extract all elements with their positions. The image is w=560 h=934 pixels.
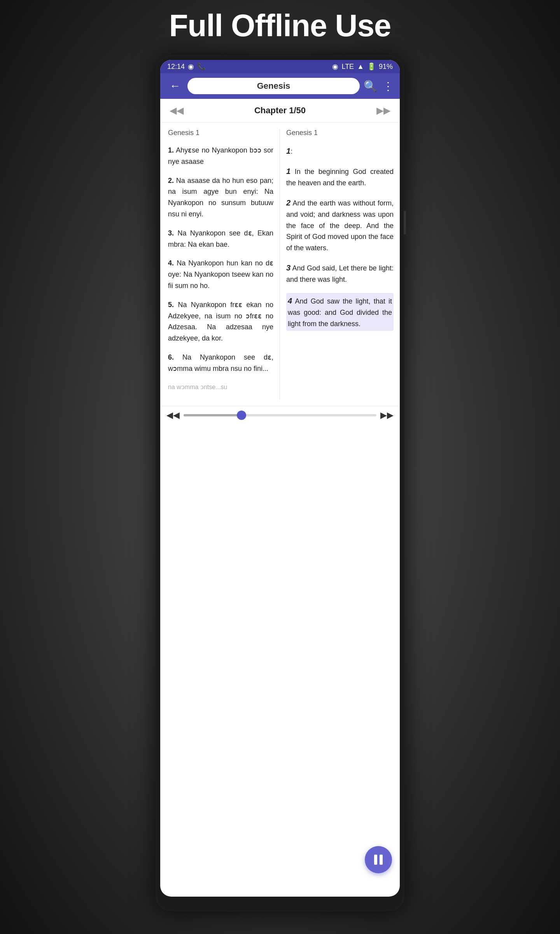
chapter-nav: ◀◀ Chapter 1/50 ▶▶ (160, 99, 400, 123)
more-button[interactable]: ⋮ (383, 80, 394, 93)
bible-content: Genesis 1 1. Ahyɛse no Nyankopon bɔɔ sor… (160, 123, 400, 406)
phone-frame: 12:14 ◉ 📞 ◉ LTE ▲ 🔋 91% ← Genesis 🔍 ⋮ ◀◀ (156, 55, 404, 911)
chapter-title: Chapter 1/50 (254, 105, 306, 116)
fast-forward-button[interactable]: ▶▶ (380, 410, 394, 420)
verse-text-r2: And the earth was without form, and void… (286, 199, 394, 252)
phone-screen: 12:14 ◉ 📞 ◉ LTE ▲ 🔋 91% ← Genesis 🔍 ⋮ ◀◀ (160, 60, 400, 897)
verse-num-4: 4. (168, 259, 174, 267)
column-left: Genesis 1 1. Ahyɛse no Nyankopon bɔɔ sor… (160, 129, 280, 400)
audio-bar: ◀◀ ▶▶ (160, 406, 400, 427)
verse-text-4: Na Nyankopon hun kan no dɛ oye: Na Nyank… (168, 259, 273, 290)
verse-text-r4: And God saw the light, that it was good:… (288, 297, 392, 328)
verse-text-r3: And God said, Let there be light: and th… (286, 264, 394, 283)
verse-text-1: Ahyɛse no Nyankopon bɔɔ sor nye asaase (168, 146, 273, 165)
verse-right-3: 3 And God said, Let there be light: and … (286, 262, 394, 285)
right-column-header: Genesis 1 (286, 129, 394, 137)
nav-bar: ← Genesis 🔍 ⋮ (160, 73, 400, 99)
battery-pct: 91% (379, 63, 393, 71)
verse-num-1: 1. (168, 146, 174, 154)
pause-bar-2 (380, 855, 383, 865)
left-column-header: Genesis 1 (168, 129, 273, 137)
verse-left-2: 2. Na asaase da ho hun eso pan; na isum … (168, 175, 273, 220)
verse-num-3: 3. (168, 229, 174, 237)
verse-num-r1b: 1 (286, 167, 290, 176)
verse-right-1-text: 1 In the beginning God created the heave… (286, 165, 394, 189)
progress-fill (184, 414, 242, 416)
verse-text-3: Na Nyankopon see dɛ, Ekan mbra: Na ekan … (168, 229, 273, 248)
verse-right-2: 2 And the earth was without form, and vo… (286, 197, 394, 254)
pause-icon (374, 855, 383, 865)
book-title[interactable]: Genesis (187, 78, 360, 94)
verse-right-4: 4 And God saw the light, that it was goo… (286, 293, 394, 331)
progress-bar-container: ◀◀ ▶▶ (166, 410, 394, 420)
verse-num-r3: 3 (286, 263, 290, 272)
status-left: 12:14 ◉ 📞 (167, 62, 206, 71)
verse-left-1: 1. Ahyɛse no Nyankopon bɔɔ sor nye asaas… (168, 145, 273, 167)
verse-text-2: Na asaase da ho hun eso pan; na isum agy… (168, 177, 273, 218)
verse-num-r2: 2 (286, 198, 290, 207)
verse-left-4: 4. Na Nyankopon hun kan no dɛ oye: Na Ny… (168, 258, 273, 291)
column-right: Genesis 1 1: 1 In the beginning God crea… (280, 129, 400, 400)
lte-label: LTE (341, 63, 354, 71)
verse-colon-r1: : (290, 147, 292, 155)
status-phone-icon: 📞 (197, 62, 206, 71)
search-button[interactable]: 🔍 (364, 80, 377, 93)
verse-num-r1: 1 (286, 147, 290, 155)
page-title: Full Offline Use (169, 8, 391, 44)
signal-icon: ▲ (357, 63, 364, 71)
pause-button[interactable] (365, 846, 392, 873)
verse-num-5: 5. (168, 301, 174, 309)
progress-thumb[interactable] (237, 411, 246, 420)
verse-num-6: 6. (168, 353, 174, 361)
nav-icons: 🔍 ⋮ (364, 80, 394, 93)
side-button (404, 211, 406, 234)
verse-left-5: 5. Na Nyankopon frɛɛ ekan no Adzekyee, n… (168, 299, 273, 344)
back-button[interactable]: ← (166, 78, 184, 94)
verse-num-2: 2. (168, 177, 174, 184)
status-bar: 12:14 ◉ 📞 ◉ LTE ▲ 🔋 91% (160, 60, 400, 73)
next-chapter-button[interactable]: ▶▶ (376, 105, 390, 116)
verse-num-r4: 4 (288, 297, 292, 305)
verse-left-extra: na wɔmma ɔntse...su (168, 382, 273, 392)
wifi-icon: ◉ (332, 62, 338, 71)
pause-bar-1 (374, 855, 377, 865)
verse-text-r1: In the beginning God created the heaven … (286, 168, 394, 187)
verse-right-1: 1: (286, 145, 394, 157)
prev-chapter-button[interactable]: ◀◀ (170, 105, 184, 116)
status-time: 12:14 (167, 63, 185, 71)
progress-track[interactable] (184, 414, 376, 416)
verse-left-3: 3. Na Nyankopon see dɛ, Ekan mbra: Na ek… (168, 228, 273, 250)
status-icon1: ◉ (188, 62, 194, 71)
rewind-button[interactable]: ◀◀ (166, 410, 180, 420)
battery-icon: 🔋 (367, 62, 376, 71)
verse-text-6: Na Nyankopon see dɛ, wɔmma wimu mbra nsu… (168, 353, 273, 372)
verse-left-6: 6. Na Nyankopon see dɛ, wɔmma wimu mbra … (168, 352, 273, 374)
status-right: ◉ LTE ▲ 🔋 91% (332, 62, 393, 71)
verse-text-5: Na Nyankopon frɛɛ ekan no Adzekyee, na i… (168, 301, 273, 342)
